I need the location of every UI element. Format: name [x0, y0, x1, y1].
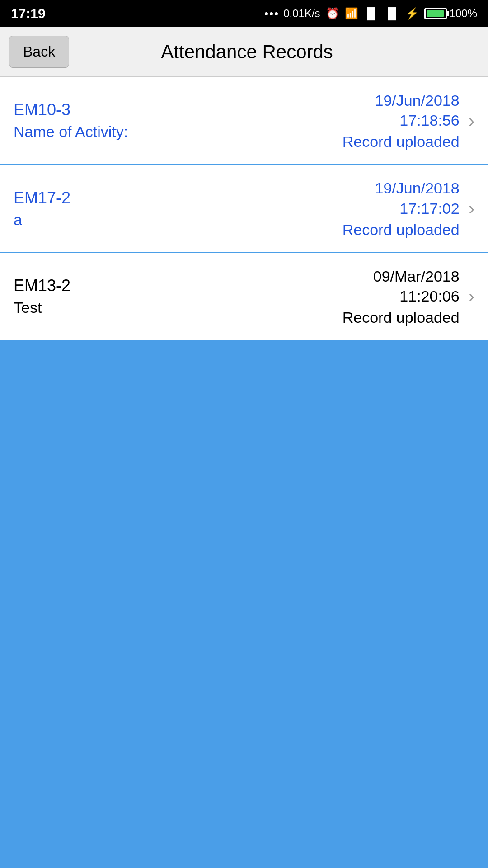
nav-bar: Back Attendance Records — [0, 27, 488, 77]
record-item[interactable]: EM13-2 Test 09/Mar/2018 11:20:06 Record … — [0, 253, 488, 340]
record-info: 19/Jun/2018 17:17:02 Record uploaded — [343, 178, 460, 238]
background-area — [0, 340, 488, 868]
status-time: 17:19 — [11, 6, 46, 21]
records-list: EM10-3 Name of Activity: 19/Jun/2018 17:… — [0, 77, 488, 340]
record-datetime: 09/Mar/2018 11:20:06 — [373, 266, 460, 306]
record-item[interactable]: EM17-2 a 19/Jun/2018 17:17:02 Record upl… — [0, 165, 488, 252]
chevron-right-icon: › — [469, 112, 474, 130]
record-activity: Name of Activity: — [14, 123, 128, 141]
record-datetime: 19/Jun/2018 17:18:56 — [375, 90, 460, 130]
signal-dots — [265, 12, 278, 15]
record-item[interactable]: EM10-3 Name of Activity: 19/Jun/2018 17:… — [0, 77, 488, 165]
record-id: EM13-2 — [14, 276, 70, 295]
record-right: 19/Jun/2018 17:17:02 Record uploaded › — [343, 178, 474, 238]
chevron-right-icon: › — [469, 199, 474, 217]
record-left: EM17-2 a — [14, 189, 70, 229]
wifi-icon: 📶 — [345, 7, 358, 20]
record-info: 19/Jun/2018 17:18:56 Record uploaded — [343, 90, 460, 151]
signal-icon-2: ▐▌ — [385, 7, 400, 20]
record-right: 19/Jun/2018 17:18:56 Record uploaded › — [343, 90, 474, 151]
record-datetime: 19/Jun/2018 17:17:02 — [375, 178, 460, 218]
battery-percent: 100% — [450, 7, 477, 20]
back-button[interactable]: Back — [9, 36, 69, 68]
record-left: EM13-2 Test — [14, 276, 70, 316]
charging-icon: ⚡ — [405, 7, 419, 20]
record-id: EM10-3 — [14, 100, 128, 119]
record-right: 09/Mar/2018 11:20:06 Record uploaded › — [343, 266, 474, 326]
battery-fill — [427, 10, 444, 17]
record-info: 09/Mar/2018 11:20:06 Record uploaded — [343, 266, 460, 326]
signal-icon: ▐▌ — [364, 7, 379, 20]
status-right-group: 0.01K/s ⏰ 📶 ▐▌ ▐▌ ⚡ 100% — [265, 7, 477, 20]
record-left: EM10-3 Name of Activity: — [14, 100, 128, 141]
record-activity: Test — [14, 299, 70, 316]
record-id: EM17-2 — [14, 189, 70, 208]
battery-container: 100% — [424, 7, 477, 20]
network-speed: 0.01K/s — [283, 7, 320, 20]
record-status: Record uploaded — [343, 309, 460, 326]
alarm-icon: ⏰ — [326, 7, 339, 20]
record-activity: a — [14, 211, 70, 229]
status-bar: 17:19 0.01K/s ⏰ 📶 ▐▌ ▐▌ ⚡ 100% — [0, 0, 488, 27]
page-title: Attendance Records — [69, 41, 425, 63]
battery-icon — [424, 8, 447, 19]
record-status: Record uploaded — [343, 221, 460, 239]
record-status: Record uploaded — [343, 133, 460, 151]
chevron-right-icon: › — [469, 287, 474, 305]
